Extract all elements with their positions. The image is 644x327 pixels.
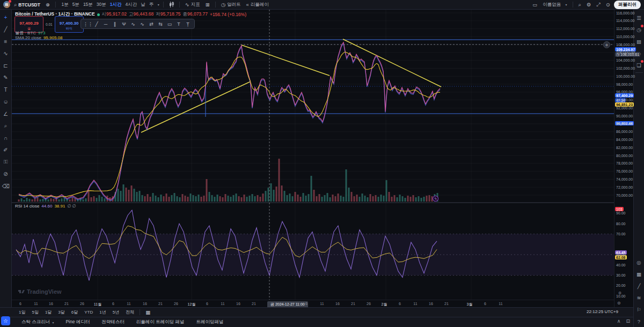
bottom-tab-0[interactable]: 스탁 스크리너▾	[16, 319, 59, 325]
long-short-2[interactable]: ⇆	[156, 21, 165, 27]
timeframe-1시간[interactable]: 1시간	[108, 2, 123, 8]
timeframe-5분[interactable]: 5분	[70, 2, 81, 8]
trend-line[interactable]: ╱	[92, 21, 101, 27]
timeframe-날[interactable]: 날	[139, 2, 148, 8]
bottom-tab-3[interactable]: 리플레이 트레이딩 패널	[131, 319, 190, 325]
timeframe-1분[interactable]: 1분	[60, 2, 70, 8]
alert-button[interactable]: ◷얼러트	[219, 2, 243, 8]
compare-add-icon[interactable]: ⊕	[44, 2, 52, 8]
timeframe-주[interactable]: 주	[147, 2, 156, 8]
settings-gear-icon[interactable]: ⚙	[585, 2, 593, 8]
chart-canvas[interactable]	[12, 10, 614, 300]
zoom-in-tool[interactable]: ⌕	[1, 120, 11, 132]
replay-button[interactable]: «리플레이	[245, 2, 270, 8]
bottom-tab-1[interactable]: Pine 에디터	[60, 319, 95, 325]
snapshot-camera-icon[interactable]: ⊙	[604, 2, 612, 8]
horizontal-line[interactable]: ─	[101, 21, 110, 27]
magnet-tool[interactable]: ∩	[1, 132, 11, 144]
layout-icon[interactable]: ▭	[531, 2, 539, 8]
range-3달[interactable]: 3달	[55, 309, 67, 315]
hide-drawings-tool[interactable]: ⊘	[1, 168, 11, 181]
streams-icon[interactable]: ≋	[634, 292, 644, 303]
alert-line-gear-icon[interactable]: ⚙	[603, 41, 610, 48]
delete-drawings-tool[interactable]: ⌫	[1, 180, 11, 192]
lock-drawings-tool[interactable]: ⚿	[1, 156, 11, 168]
long-short-1[interactable]: ⇄	[147, 21, 156, 27]
volume-bar	[91, 197, 92, 202]
brush-tool[interactable]: ✎	[1, 72, 11, 84]
timeframe-15분[interactable]: 15분	[81, 2, 94, 8]
range-1년[interactable]: 1년	[97, 309, 108, 315]
collapse-panel-icon[interactable]: ∧	[617, 318, 621, 324]
range-5일[interactable]: 5일	[29, 309, 41, 315]
chart-style-button[interactable]	[167, 2, 175, 8]
help-icon[interactable]: ?	[634, 315, 644, 327]
timeframe-30분[interactable]: 30분	[94, 2, 108, 8]
sma-legend[interactable]: SMA 20 close95,905.08	[15, 35, 63, 40]
draw-mode-tool[interactable]: ✐	[1, 144, 11, 157]
volume-bar	[152, 193, 154, 202]
publish-button[interactable]: 퍼블리쉬	[614, 1, 641, 9]
chat-icon[interactable]: ❏	[634, 59, 644, 71]
bottom-tab-2[interactable]: 전략테스터	[96, 319, 130, 325]
fib-retracement-tool[interactable]: ≡	[1, 35, 11, 48]
calendar-icon[interactable]: ▦	[634, 268, 644, 280]
clock-label[interactable]: 22:12:25 UTC+9	[587, 309, 618, 314]
emoji-tool[interactable]: ☺	[1, 96, 11, 108]
goto-date-icon[interactable]: ▦	[143, 310, 153, 315]
symbol-search-button[interactable]: ⌕ BTCUSDT	[12, 2, 42, 8]
pitchfork[interactable]: Ψ	[120, 21, 128, 27]
boost-icon[interactable]: ϟ	[433, 196, 438, 202]
indicator-templates-icon[interactable]: ⊞	[204, 2, 211, 8]
volume-bar	[142, 195, 143, 202]
timeframe-4시간[interactable]: 4시간	[123, 2, 139, 8]
range-전체[interactable]: 전체	[123, 309, 137, 315]
time-tick: 11	[34, 302, 38, 306]
change-value: +156.74 (+0.16%)	[210, 12, 246, 17]
user-avatar[interactable]: B	[3, 1, 10, 8]
range-YTD[interactable]: YTD	[82, 310, 96, 315]
quick-search-icon[interactable]: ⌕	[577, 2, 583, 8]
watchlist-icon[interactable]: ☰	[634, 12, 644, 24]
buy-button[interactable]: 97,400.30 바이	[55, 16, 84, 33]
drawing-toolbar: +╱≡∿⊏✎T☺∠⌕∩✐⚿⊘⌫	[0, 10, 12, 307]
range-5년[interactable]: 5년	[110, 309, 122, 315]
rsi-legend[interactable]: RSI 14 close 44.60 38.91 ∅ ∅	[15, 204, 76, 209]
trend-line-tool[interactable]: ╱	[1, 24, 11, 36]
indicators-button[interactable]: ∿지표	[184, 2, 202, 8]
volume-bar	[155, 196, 157, 202]
anchored-text[interactable]: Ṭ	[184, 21, 192, 27]
parallel-channel[interactable]: ∥	[111, 21, 119, 27]
fullscreen-icon[interactable]: ⤢	[595, 2, 602, 8]
drag-handle[interactable]: ⋮⋮	[83, 21, 92, 27]
range-1달[interactable]: 1달	[42, 309, 54, 315]
long-position-tool[interactable]: ⊏	[1, 60, 11, 72]
text-tool[interactable]: T	[1, 84, 11, 96]
volume-bar	[391, 197, 393, 202]
text[interactable]: T	[174, 21, 183, 27]
rectangle[interactable]: ▭	[165, 21, 174, 27]
layout-name-button[interactable]: 이름없음 ▾	[541, 2, 568, 8]
xabcd-pattern-tool[interactable]: ∿	[1, 48, 11, 60]
market-status-icon	[97, 13, 100, 16]
time-axis-gear-icon[interactable]: ⚙	[617, 301, 621, 306]
close-value: 96,073.77	[187, 11, 208, 17]
range-1일[interactable]: 1일	[16, 309, 28, 315]
time-axis[interactable]: 금 2024-12-27 11:00 61116212611월611162126…	[12, 300, 614, 307]
ideas-icon[interactable]: ◎	[634, 256, 644, 268]
measure-tool[interactable]: ∠	[1, 108, 11, 120]
favorites-star-button[interactable]: ☆	[1, 316, 10, 325]
chevron-down-icon[interactable]: ▾	[158, 3, 159, 6]
crosshair-tool[interactable]: +	[1, 11, 11, 24]
bottom-tab-4[interactable]: 트레이딩패널	[191, 319, 229, 325]
maximize-panel-icon[interactable]: ⊡	[626, 318, 630, 324]
price-axis[interactable]: 109,234.97 ◷ 108,010.61 97,400.29 47:34 …	[614, 10, 633, 307]
rsi-settings-gear-icon[interactable]: ⚙	[618, 291, 621, 295]
range-6달[interactable]: 6달	[69, 309, 80, 315]
pine-scripts-icon[interactable]: ╱	[634, 280, 644, 292]
journal-icon[interactable]: ▤	[634, 35, 644, 47]
notifications-icon[interactable]: ⚐	[634, 303, 644, 315]
elliott-impulse[interactable]: ∿	[138, 21, 147, 27]
elliott-wave[interactable]: ∿	[129, 21, 137, 27]
alerts-icon[interactable]: ◷	[634, 24, 644, 35]
